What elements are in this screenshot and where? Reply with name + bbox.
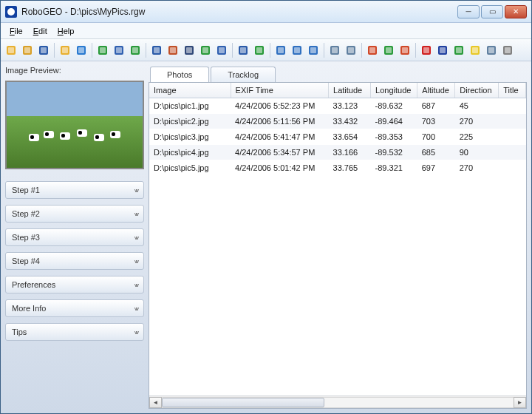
menu-help[interactable]: Help bbox=[53, 25, 79, 37]
col-direction[interactable]: Direction bbox=[455, 83, 499, 98]
svg-rect-9 bbox=[78, 47, 84, 53]
sound-next-icon[interactable] bbox=[306, 43, 321, 58]
accordion-preferences[interactable]: Preferencesvv bbox=[5, 276, 144, 293]
svg-rect-57 bbox=[505, 47, 511, 53]
scroll-left-button[interactable]: ◄ bbox=[149, 397, 162, 408]
tag-icon[interactable] bbox=[484, 43, 499, 58]
arrow-back-icon[interactable] bbox=[398, 43, 412, 58]
sound-prev-icon[interactable] bbox=[273, 43, 288, 58]
pencil-green-icon[interactable] bbox=[381, 43, 396, 58]
open-folder-icon[interactable] bbox=[20, 43, 35, 58]
accordion-label: Step #3 bbox=[12, 233, 40, 242]
accordion-step-3[interactable]: Step #3vv bbox=[5, 228, 144, 246]
accordion-label: Preferences bbox=[12, 280, 55, 289]
cell-dir: 225 bbox=[455, 129, 499, 144]
cell-exif: 4/24/2006 5:11:56 PM bbox=[231, 113, 328, 129]
svg-rect-25 bbox=[219, 47, 225, 53]
col-altitude[interactable]: Altitude bbox=[417, 83, 455, 98]
svg-rect-27 bbox=[240, 47, 246, 53]
svg-rect-23 bbox=[202, 47, 208, 53]
accordion-step-4[interactable]: Step #4vv bbox=[5, 252, 144, 270]
globe-blue-icon[interactable] bbox=[435, 43, 450, 58]
toolbar-separator bbox=[270, 43, 270, 58]
accordion-step-2[interactable]: Step #2vv bbox=[5, 205, 144, 223]
frames-icon[interactable] bbox=[327, 43, 342, 58]
frame-stack-icon[interactable] bbox=[344, 43, 358, 58]
accordion-step-1[interactable]: Step #1vv bbox=[5, 181, 144, 199]
col-longitude[interactable]: Longitude bbox=[371, 83, 417, 98]
cell-lat: 33.123 bbox=[329, 98, 371, 113]
table-row[interactable]: D:\pics\pic5.jpg4/24/2006 5:01:42 PM33.7… bbox=[149, 160, 526, 175]
maximize-button[interactable]: ▭ bbox=[481, 5, 503, 18]
table-row[interactable]: D:\pics\pic4.jpg4/24/2006 5:34:57 PM33.1… bbox=[149, 144, 526, 160]
arrow-right-icon[interactable] bbox=[365, 43, 380, 58]
chevron-down-icon: vv bbox=[134, 258, 137, 265]
pin-icon[interactable] bbox=[419, 43, 434, 58]
svg-rect-45 bbox=[402, 47, 408, 53]
menu-file[interactable]: File bbox=[5, 25, 27, 37]
data-grid[interactable]: ImageEXIF TimeLatitudeLongitudeAltitudeD… bbox=[149, 82, 527, 409]
menu-edit[interactable]: Edit bbox=[29, 25, 52, 37]
table-row[interactable]: D:\pics\pic3.jpg4/24/2006 5:41:47 PM33.6… bbox=[149, 129, 526, 144]
svg-rect-29 bbox=[256, 47, 262, 53]
page-icon[interactable] bbox=[74, 43, 89, 58]
cell-alt: 703 bbox=[417, 113, 455, 129]
cell-exif: 4/24/2006 5:41:47 PM bbox=[231, 129, 328, 144]
table-row[interactable]: D:\pics\pic1.jpg4/24/2006 5:52:23 PM33.1… bbox=[149, 98, 526, 113]
sound-play-icon[interactable] bbox=[290, 43, 304, 58]
col-title[interactable]: Title bbox=[499, 83, 526, 98]
sidebar: Image Preview: Step #1vvStep #2vvStep #3… bbox=[1, 61, 149, 413]
chevron-down-icon: vv bbox=[134, 187, 137, 194]
save-icon[interactable] bbox=[36, 43, 51, 58]
col-exif-time[interactable]: EXIF Time bbox=[231, 83, 328, 98]
list-icon[interactable] bbox=[166, 43, 180, 58]
svg-rect-43 bbox=[386, 47, 392, 53]
scroll-right-button[interactable]: ► bbox=[514, 397, 526, 408]
box-icon[interactable] bbox=[500, 43, 515, 58]
note-icon[interactable] bbox=[252, 43, 267, 58]
grid-icon[interactable] bbox=[128, 43, 143, 58]
cell-lat: 33.654 bbox=[329, 129, 371, 144]
accordion-label: Step #4 bbox=[12, 257, 40, 265]
cell-title bbox=[499, 160, 526, 175]
tab-tracklog[interactable]: Tracklog bbox=[211, 67, 276, 82]
col-image[interactable]: Image bbox=[149, 83, 231, 98]
table-icon[interactable] bbox=[198, 43, 213, 58]
svg-rect-15 bbox=[132, 47, 138, 53]
scroll-thumb[interactable] bbox=[162, 398, 324, 407]
svg-rect-21 bbox=[186, 47, 192, 53]
chevron-down-icon: vv bbox=[134, 305, 137, 312]
window-icon[interactable] bbox=[214, 43, 229, 58]
globe-earth-icon[interactable] bbox=[451, 43, 466, 58]
svg-rect-39 bbox=[348, 47, 354, 53]
toolbar-separator bbox=[146, 43, 146, 58]
cell-image: D:\pics\pic1.jpg bbox=[149, 98, 231, 113]
titlebar[interactable]: RoboGEO - D:\pics\MyPics.rgw ─ ▭ ✕ bbox=[1, 1, 531, 23]
tab-photos[interactable]: Photos bbox=[150, 67, 209, 82]
edit-yellow-icon[interactable] bbox=[468, 43, 482, 58]
close-button[interactable]: ✕ bbox=[505, 5, 527, 18]
minimize-button[interactable]: ─ bbox=[457, 5, 480, 18]
main-pane: Photos Tracklog ImageEXIF TimeLatitudeLo… bbox=[149, 61, 531, 413]
align-icon[interactable] bbox=[149, 43, 164, 58]
column-icon[interactable] bbox=[236, 43, 250, 58]
cell-exif: 4/24/2006 5:01:42 PM bbox=[231, 160, 328, 175]
accordion-label: More Info bbox=[12, 304, 46, 313]
new-folder-icon[interactable] bbox=[4, 43, 18, 58]
scroll-track[interactable] bbox=[162, 397, 514, 408]
svg-rect-3 bbox=[24, 47, 30, 53]
cell-image: D:\pics\pic3.jpg bbox=[149, 129, 231, 144]
accordion-more-info[interactable]: More Infovv bbox=[5, 299, 144, 317]
target-icon[interactable] bbox=[182, 43, 197, 58]
toolbar-separator bbox=[324, 43, 324, 58]
col-latitude[interactable]: Latitude bbox=[329, 83, 371, 98]
horizontal-scrollbar[interactable]: ◄ ► bbox=[149, 396, 526, 408]
table-row[interactable]: D:\pics\pic2.jpg4/24/2006 5:11:56 PM33.4… bbox=[149, 113, 526, 129]
calendar-icon[interactable] bbox=[112, 43, 126, 58]
image-preview[interactable] bbox=[5, 81, 144, 169]
cell-alt: 700 bbox=[417, 129, 455, 144]
browse-folder-icon[interactable] bbox=[58, 43, 72, 58]
cell-lon: -89.353 bbox=[371, 129, 417, 144]
download-icon[interactable] bbox=[95, 43, 110, 58]
accordion-tips[interactable]: Tipsvv bbox=[5, 323, 144, 341]
